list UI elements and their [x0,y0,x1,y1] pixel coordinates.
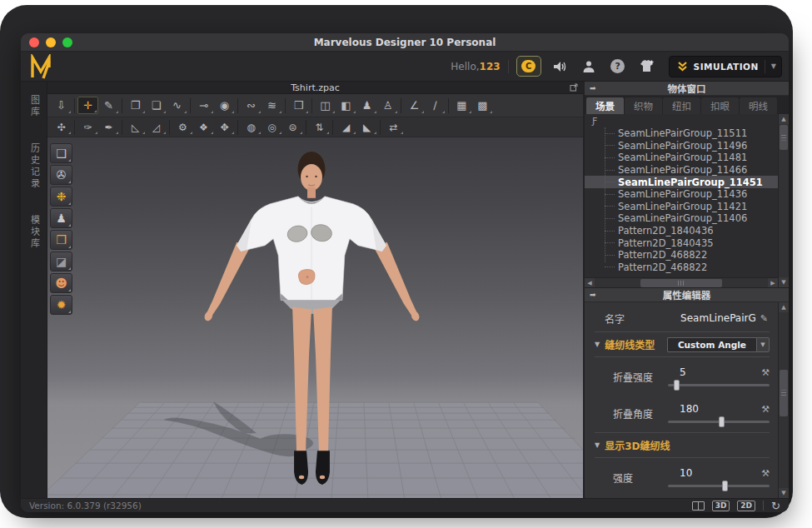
object-tab-fabric[interactable]: 织物 [625,97,662,114]
simulation-button[interactable]: SIMULATION ▼ [669,56,782,77]
object-window-header[interactable]: ➡ 物体窗口 [585,82,789,96]
tree-item[interactable]: Pattern2D_1840435 [585,237,778,249]
tree-vertical-scrollbar[interactable]: ▲ ▼ [778,114,789,287]
seam-type-section[interactable]: ▼ 缝纫线类型 Custom Angle ▼ [591,333,775,356]
object-tab-buttonhole[interactable]: 扣眼 [701,97,739,114]
tree-root-node[interactable]: Ƒ [585,114,778,127]
tape-measure-tool-button[interactable]: ∠ [404,97,425,114]
fold-angle-value[interactable]: 180 [680,403,699,415]
flatten-clone-tool-button[interactable]: ◿ [146,119,167,135]
dock-arrow-icon[interactable]: ➡ [590,291,596,299]
ruler-tool-button[interactable]: ∕ [425,97,446,114]
scroll-down-button[interactable]: ▼ [779,488,789,498]
arrange-clothes-tool-button[interactable]: ◫ [315,97,336,114]
view-2d-button[interactable]: 2D [737,501,755,511]
refresh-icon[interactable]: ↻ [771,501,780,511]
titlebar[interactable]: Marvelous Designer 10 Personal [21,33,789,52]
tree-item[interactable]: SeamLinePairGroup_11421 [585,201,778,213]
transform-pattern-tool-button[interactable]: ❐ [125,97,146,114]
help-button[interactable]: ? [607,57,629,77]
scroll-track[interactable] [779,312,789,369]
scroll-up-button[interactable]: ▲ [779,114,789,124]
fold-arrangement-tool-button[interactable]: ❒ [288,97,309,114]
cloud-account-button[interactable]: C [516,56,541,77]
announcement-button[interactable] [549,57,570,77]
pattern-garment-tool-button[interactable]: ✥ [214,119,235,135]
avatar-display-tool-button[interactable]: ♟ [356,97,377,114]
free-sewing-tool-button[interactable]: ≋ [262,97,282,114]
pattern-outline-tool-button[interactable]: ❒ [50,230,72,250]
wireframe-globe-tool-button[interactable]: ✹ [50,295,72,315]
tree-item[interactable]: SeamLinePairGroup_11496 [585,140,778,152]
strength-value[interactable]: 10 [680,467,692,479]
walk-avatar-tool-button[interactable]: ✣ [51,119,72,135]
pin-sew-tool-button[interactable]: ✑ [77,119,98,135]
scroll-left-button[interactable]: ◀ [585,278,595,288]
dock-arrow-icon[interactable]: ➡ [590,84,596,92]
gravity-tool-button[interactable]: ◣ [356,119,377,135]
buttonhole-tool-button[interactable]: ◎ [262,119,282,135]
document-tab[interactable]: Tshirt.zpac [47,82,583,93]
strength-slider[interactable] [668,485,770,487]
dropdown-arrow-icon[interactable]: ▼ [756,337,770,352]
fasten-button-tool-button[interactable]: ⊜ [282,119,303,135]
props-vertical-scrollbar[interactable]: ▲ ▼ [778,302,789,498]
scroll-right-button[interactable]: ▶ [768,278,778,288]
remove-pin-tool-button[interactable]: ✒ [98,119,119,135]
tree-item[interactable]: SeamLinePairGroup_11406 [585,212,778,225]
wind-controller-tool-button[interactable]: ◢ [336,119,356,135]
tree-item[interactable]: SeamLinePairGroup_11481 [585,152,778,164]
scroll-up-button[interactable]: ▲ [779,302,789,312]
slider-handle[interactable] [719,416,725,427]
show-3d-seam-section[interactable]: ▼ 显示3D缝纫线 [591,434,775,456]
new-garment-button[interactable] [636,57,658,77]
show-garment-tool-button[interactable]: ✇ [50,165,72,185]
move-tool-button[interactable]: ✛ [77,97,98,114]
flatten-pattern-tool-button[interactable]: ◺ [125,119,146,135]
tree-item[interactable]: Pattern2D_1840436 [585,225,778,237]
render-style-tool-button[interactable]: ❑ [50,143,72,163]
tree-item[interactable]: SeamLinePairGroup_11436 [585,188,778,201]
pin-tool-button[interactable]: ⊸ [193,97,214,114]
edit-curvature-tool-button[interactable]: ∿ [167,97,187,114]
fold-strength-value[interactable]: 5 [680,366,686,378]
object-tab-scene[interactable]: 场景 [586,97,624,114]
vertical-scroll-thumb[interactable] [780,125,788,150]
wrench-icon[interactable]: ⚒ [761,404,770,415]
scroll-track[interactable] [779,151,789,277]
collapse-triangle-icon[interactable]: ▼ [595,341,600,348]
collapse-triangle-icon[interactable]: ▼ [595,441,600,449]
property-editor-header[interactable]: ➡ 属性编辑器 [585,288,789,302]
pin-point-tool-button[interactable]: ◉ [214,97,235,114]
arrangement-points-tool-button[interactable]: ♙ [377,97,398,114]
scroll-track[interactable] [779,417,789,488]
account-button[interactable] [578,57,600,77]
vertical-scroll-thumb[interactable] [780,370,788,416]
fabric-particle-tool-button[interactable]: ❉ [50,187,72,207]
slider-handle[interactable] [674,380,680,391]
wrench-icon[interactable]: ⚒ [761,468,770,479]
fold-strength-slider[interactable] [668,384,770,386]
split-view-button[interactable] [692,501,705,511]
undock-window-icon[interactable] [570,83,578,92]
segment-sewing-tool-button[interactable]: ∾ [241,97,262,114]
edit-pencil-icon[interactable]: ✎ [760,313,768,324]
tree-item[interactable]: Pattern2D_468822 [585,262,778,274]
horizontal-scroll-thumb[interactable] [640,279,721,287]
pattern-shade-tool-button[interactable]: ◪ [50,252,72,271]
edit-pattern-tool-button[interactable]: ✎ [98,97,119,114]
side-tab-modules[interactable]: 模块库 [27,215,41,250]
chevron-down-icon[interactable]: ▼ [771,62,776,70]
symmetry-tool-button[interactable]: ⇄ [383,119,404,135]
side-tab-library[interactable]: 图库 [27,95,41,118]
tree-item[interactable]: SeamLinePairGroup_11511 [585,127,778,140]
fold-angle-slider[interactable] [668,421,770,423]
transform-curve-tool-button[interactable]: ❏ [146,97,167,114]
zipper-tool-button[interactable]: ⇅ [309,119,330,135]
object-tab-button[interactable]: 纽扣 [663,97,700,114]
finalize-tool-button[interactable]: ⇩ [51,97,72,114]
sewing-machine-tool-button[interactable]: ⚙ [172,119,193,135]
wrench-icon[interactable]: ⚒ [761,367,770,378]
seam-type-dropdown[interactable]: Custom Angle ▼ [667,337,770,352]
tree-item[interactable]: SeamLinePairGroup_11451 [585,176,778,188]
